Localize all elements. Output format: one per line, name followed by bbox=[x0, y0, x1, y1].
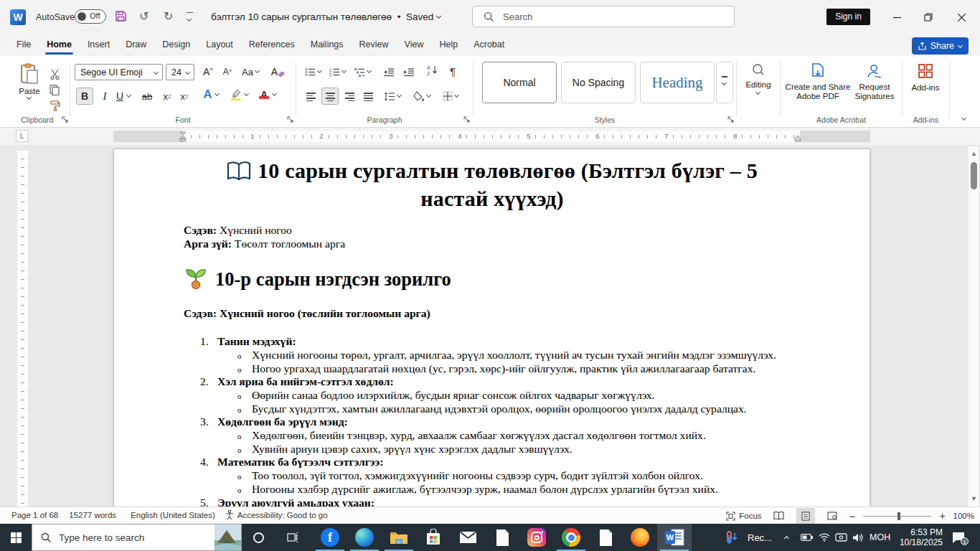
vertical-scrollbar[interactable]: ▲ ▼ bbox=[968, 146, 979, 507]
read-mode-button[interactable] bbox=[770, 508, 788, 524]
bullets-button[interactable] bbox=[303, 63, 324, 80]
document-page[interactable]: 10 сарын сургалтын төлөвлөгөө (Бэлтгэл б… bbox=[113, 149, 870, 507]
edge-icon[interactable] bbox=[347, 524, 382, 551]
font-size-combo[interactable]: 24 bbox=[166, 64, 194, 80]
mail-icon[interactable] bbox=[451, 524, 485, 551]
volume-icon[interactable] bbox=[852, 524, 863, 551]
grow-font-button[interactable]: A˄ bbox=[199, 63, 217, 80]
microsoft-store-icon[interactable] bbox=[416, 524, 451, 551]
tab-references[interactable]: References bbox=[241, 34, 303, 56]
text-effects-button[interactable]: A bbox=[199, 86, 224, 103]
scroll-thumb[interactable] bbox=[971, 162, 977, 189]
undo-icon[interactable]: ↺ bbox=[139, 9, 149, 23]
language-indicator-taskbar[interactable]: МОН bbox=[870, 524, 890, 551]
zoom-out-button[interactable]: − bbox=[849, 510, 856, 522]
minimize-button[interactable] bbox=[881, 0, 913, 34]
document-icon[interactable] bbox=[485, 524, 519, 551]
clipboard-dialog-launcher[interactable] bbox=[62, 116, 69, 123]
file-explorer-icon[interactable] bbox=[382, 524, 416, 551]
close-button[interactable] bbox=[946, 0, 977, 34]
increase-indent-button[interactable] bbox=[400, 63, 418, 80]
zoom-in-button[interactable]: + bbox=[939, 510, 945, 522]
language-indicator[interactable]: English (United States) bbox=[131, 511, 215, 519]
clear-formatting-button[interactable]: A bbox=[268, 63, 287, 80]
style-normal[interactable]: Normal bbox=[482, 62, 557, 103]
tab-selector[interactable]: L bbox=[16, 130, 28, 142]
align-left-button[interactable] bbox=[303, 88, 319, 105]
clock[interactable]: 6:53 PM 10/18/2025 bbox=[895, 527, 943, 547]
save-icon[interactable] bbox=[115, 10, 127, 22]
start-button[interactable] bbox=[0, 524, 32, 551]
change-case-button[interactable]: Aa bbox=[240, 63, 263, 80]
restore-button[interactable] bbox=[913, 0, 944, 34]
cut-icon[interactable] bbox=[47, 67, 62, 80]
battery-icon[interactable] bbox=[801, 524, 813, 551]
quick-access-more-icon[interactable] bbox=[187, 12, 194, 24]
justify-button[interactable] bbox=[360, 88, 376, 105]
shrink-font-button[interactable]: A˅ bbox=[220, 63, 235, 80]
firefox-icon[interactable] bbox=[623, 524, 657, 551]
borders-button[interactable] bbox=[439, 88, 463, 105]
wifi-icon[interactable] bbox=[819, 524, 830, 551]
meet-now-icon[interactable] bbox=[835, 524, 847, 551]
superscript-button[interactable]: x2 bbox=[176, 88, 192, 105]
indent-markers[interactable] bbox=[179, 131, 187, 142]
search-highlight-image[interactable] bbox=[215, 524, 241, 550]
right-indent-marker[interactable] bbox=[794, 135, 801, 142]
numbering-button[interactable]: 123 bbox=[327, 63, 349, 80]
word-taskbar-icon[interactable]: W bbox=[657, 524, 692, 551]
strikethrough-button[interactable]: ab bbox=[138, 88, 156, 105]
format-painter-icon[interactable] bbox=[47, 99, 62, 112]
italic-button[interactable]: I bbox=[98, 88, 112, 105]
align-right-button[interactable] bbox=[341, 88, 357, 105]
tab-draw[interactable]: Draw bbox=[118, 34, 154, 56]
tab-layout[interactable]: Layout bbox=[198, 34, 241, 56]
task-view-icon[interactable] bbox=[275, 524, 310, 551]
taskbar-search-input[interactable]: Type here to search bbox=[32, 524, 242, 551]
font-color-button[interactable]: A bbox=[255, 86, 281, 103]
word-count[interactable]: 15277 words bbox=[69, 511, 116, 519]
tab-review[interactable]: Review bbox=[352, 34, 397, 56]
rec-label[interactable]: Rec... bbox=[748, 524, 772, 551]
focus-button[interactable]: Focus bbox=[726, 512, 761, 521]
tab-file[interactable]: File bbox=[9, 34, 39, 56]
document-icon-2[interactable] bbox=[588, 524, 623, 551]
autosave-toggle[interactable]: Off bbox=[75, 9, 106, 24]
chrome-icon[interactable] bbox=[554, 524, 588, 551]
web-layout-button[interactable] bbox=[823, 508, 842, 524]
font-dialog-launcher[interactable] bbox=[287, 116, 294, 123]
tab-mailings[interactable]: Mailings bbox=[303, 34, 352, 56]
bold-button[interactable]: B bbox=[76, 88, 93, 105]
collapse-ribbon-icon[interactable] bbox=[961, 116, 967, 122]
create-share-pdf-button[interactable]: Create and ShareAdobe PDF bbox=[783, 63, 852, 101]
decrease-indent-button[interactable] bbox=[380, 63, 397, 80]
tab-home[interactable]: Home bbox=[39, 34, 80, 56]
zoom-level[interactable]: 100% bbox=[953, 512, 974, 520]
sort-button[interactable]: AZ bbox=[423, 62, 442, 79]
style-heading[interactable]: Heading bbox=[640, 62, 715, 103]
subscript-button[interactable]: x2 bbox=[159, 88, 175, 105]
print-layout-button[interactable] bbox=[796, 508, 815, 524]
redo-icon[interactable]: ↻ bbox=[164, 9, 173, 23]
instagram-icon[interactable] bbox=[519, 524, 554, 551]
scroll-down-icon[interactable]: ▼ bbox=[971, 496, 977, 502]
styles-gallery-more-button[interactable] bbox=[716, 62, 733, 103]
sign-in-button[interactable]: Sign in bbox=[826, 9, 870, 25]
accessibility-status[interactable]: Accessibility: Good to go bbox=[225, 510, 328, 520]
underline-button[interactable]: U bbox=[113, 88, 135, 105]
zoom-slider[interactable] bbox=[863, 516, 931, 517]
shading-button[interactable] bbox=[410, 88, 435, 105]
style-no-spacing[interactable]: No Spacing bbox=[561, 62, 636, 103]
tab-view[interactable]: View bbox=[397, 34, 432, 56]
tab-insert[interactable]: Insert bbox=[80, 34, 118, 56]
tray-expand-icon[interactable] bbox=[783, 524, 789, 551]
highlight-button[interactable] bbox=[227, 86, 253, 103]
request-signatures-button[interactable]: RequestSignatures bbox=[848, 63, 901, 101]
multilevel-list-button[interactable] bbox=[352, 63, 374, 80]
editing-button[interactable]: Editing bbox=[740, 63, 776, 96]
vertical-ruler[interactable] bbox=[17, 151, 28, 507]
tab-help[interactable]: Help bbox=[431, 34, 466, 56]
page-indicator[interactable]: Page 1 of 68 bbox=[11, 511, 58, 519]
paste-button[interactable]: Paste bbox=[13, 63, 46, 101]
paragraph-dialog-launcher[interactable] bbox=[463, 116, 471, 123]
